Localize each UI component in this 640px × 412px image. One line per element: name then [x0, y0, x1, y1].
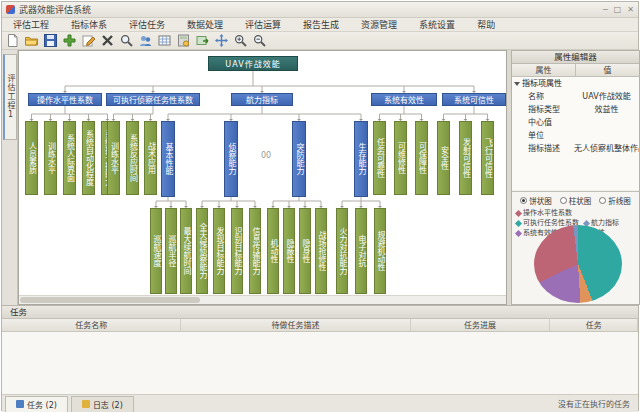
table-button[interactable]: [156, 33, 173, 49]
edit-button[interactable]: [80, 33, 97, 49]
legend-marker-icon: [515, 219, 522, 226]
report-export-button[interactable]: [194, 33, 211, 49]
open-folder-icon: [25, 34, 38, 47]
indicator-label: 系统有效性: [384, 94, 424, 105]
menu-item-资源管理[interactable]: 资源管理: [350, 18, 408, 32]
save-button[interactable]: [42, 33, 59, 49]
indicator-node-c13[interactable]: 最大续航时间: [180, 208, 192, 294]
property-panel: 属性编辑器 属性 值 指标项属性名称UAV作战效能指标类型效益性中心值单位指标描…: [511, 50, 640, 305]
menu-item-帮助[interactable]: 帮助: [466, 18, 506, 32]
window-controls: ─□✕: [603, 5, 634, 14]
indicator-node-n2[interactable]: 可执行侦察任务性系数: [106, 93, 200, 106]
move-button[interactable]: [213, 33, 230, 49]
menu-item-评估任务[interactable]: 评估任务: [118, 18, 176, 32]
zoom-out-button[interactable]: [251, 33, 268, 49]
indicator-node-n3[interactable]: 航力指标: [231, 93, 293, 106]
close-button[interactable]: ✕: [627, 5, 634, 14]
indicator-node-c42[interactable]: 电子对抗: [355, 208, 367, 294]
indicator-node-g41[interactable]: 任务可靠性: [373, 121, 386, 195]
indicator-node-b3[interactable]: 突防能力: [292, 121, 306, 197]
edit-icon: [82, 34, 95, 47]
add-button[interactable]: [61, 33, 78, 49]
indicator-node-g43[interactable]: 可保障性: [415, 121, 428, 195]
indicator-node-c12[interactable]: 巡航半径: [165, 208, 177, 294]
bottom-tab-日志 (2)[interactable]: 日志 (2): [71, 396, 134, 412]
indicator-node-c43[interactable]: 规避机动性: [374, 208, 386, 294]
indicator-node-root[interactable]: UAV作战效能: [208, 56, 298, 71]
indicator-node-g42[interactable]: 可维修性: [394, 121, 407, 195]
indicator-node-c33[interactable]: 隐身性: [299, 208, 311, 294]
restore-button[interactable]: □: [614, 5, 622, 14]
indicator-node-g21[interactable]: 训练水平: [107, 121, 120, 195]
indicator-node-c23[interactable]: 识别目标能力: [231, 208, 243, 294]
legend-item: 操作水平性系数: [516, 208, 572, 218]
menu-item-数据处理[interactable]: 数据处理: [176, 18, 234, 32]
indicator-label: 巡航速度: [152, 235, 160, 267]
tab-label: 任务 (2): [27, 399, 57, 410]
horizontal-scrollbar[interactable]: [19, 295, 506, 304]
search-icon: [120, 34, 133, 47]
property-value: 无人侦察机整体作战效能: [574, 142, 639, 155]
menu-item-报告生成[interactable]: 报告生成: [292, 18, 350, 32]
indicator-node-n4[interactable]: 系统有效性: [371, 93, 437, 106]
property-row[interactable]: 指标类型效益性: [512, 103, 639, 116]
indicator-label: 系统人际界面: [66, 134, 74, 182]
new-file-button[interactable]: [4, 33, 21, 49]
window-title: 武器效能评估系统: [19, 3, 91, 16]
minimize-button[interactable]: ─: [603, 5, 608, 14]
indicator-label: 巡航半径: [167, 235, 175, 267]
open-folder-button[interactable]: [23, 33, 40, 49]
menu-item-评估运算[interactable]: 评估运算: [234, 18, 292, 32]
scrollbar-thumb[interactable]: [20, 297, 200, 303]
radio-柱状图[interactable]: 柱状图: [560, 195, 592, 206]
menu-item-评估工程[interactable]: 评估工程: [2, 18, 60, 32]
property-row[interactable]: 名称UAV作战效能: [512, 90, 639, 103]
indicator-node-n1[interactable]: 操作水平性系数: [28, 93, 102, 106]
indicator-node-c34[interactable]: 战场抢修性: [315, 208, 327, 294]
property-row[interactable]: 指标描述无人侦察机整体作战效能: [512, 142, 639, 155]
indicator-node-c22[interactable]: 发现目标能力: [213, 208, 225, 294]
calculator-button[interactable]: [175, 33, 192, 49]
indicator-node-g52[interactable]: 发射可信性: [459, 121, 472, 195]
indicator-node-n5[interactable]: 系统可信性: [442, 93, 506, 106]
indicator-label: 可保障性: [418, 142, 426, 174]
indicator-node-g53[interactable]: 飞行可信性: [481, 121, 494, 195]
indicator-node-b4[interactable]: 生存能力: [354, 121, 368, 197]
expand-triangle-icon[interactable]: [514, 82, 520, 86]
indicator-label: 发现目标能力: [215, 227, 223, 275]
property-group-row[interactable]: 指标项属性: [512, 77, 639, 90]
indicator-node-g22[interactable]: 系统反应时间: [126, 121, 139, 195]
property-row[interactable]: 中心值: [512, 116, 639, 129]
menu-item-系统设置[interactable]: 系统设置: [408, 18, 466, 32]
indicator-node-g12[interactable]: 训练水平: [44, 121, 57, 195]
search-button[interactable]: [118, 33, 135, 49]
radio-折线图[interactable]: 折线图: [599, 195, 631, 206]
property-name: 指标类型: [512, 103, 574, 116]
indicator-label: 侦察能力: [227, 143, 235, 175]
indicator-node-g51[interactable]: 安全性: [437, 121, 450, 195]
status-message: 没有正在执行的任务: [558, 398, 630, 409]
indicator-label: 规避机动性: [376, 231, 384, 271]
indicator-node-c32[interactable]: 隐蔽性: [283, 208, 295, 294]
indicator-node-g13[interactable]: 系统人际界面: [63, 121, 76, 195]
bottom-tab-任务 (2)[interactable]: 任务 (2): [5, 396, 68, 412]
menu-item-指标体系[interactable]: 指标体系: [60, 18, 118, 32]
app-window: 武器效能评估系统 ─□✕ 评估工程指标体系评估任务数据处理评估运算报告生成资源管…: [1, 1, 639, 411]
indicator-node-g14[interactable]: 系统自动化程度: [82, 121, 95, 195]
radio-饼状图[interactable]: 饼状图: [520, 195, 552, 206]
indicator-label: 识别目标能力: [233, 227, 241, 275]
indicator-node-c11[interactable]: 巡航速度: [150, 208, 162, 294]
indicator-node-c41[interactable]: 火力对抗能力: [336, 208, 348, 294]
indicator-node-b1[interactable]: 基本性能: [161, 121, 175, 197]
property-row[interactable]: 单位: [512, 129, 639, 142]
indicator-node-c31[interactable]: 机动性: [267, 208, 279, 294]
indicator-node-c24[interactable]: 信息传输能力: [249, 208, 261, 294]
zoom-in-button[interactable]: [232, 33, 249, 49]
indicator-node-b2[interactable]: 侦察能力: [224, 121, 238, 197]
delete-button[interactable]: [99, 33, 116, 49]
indicator-node-g23[interactable]: 战术应用: [144, 121, 157, 195]
project-tab[interactable]: 评估工程1: [3, 54, 17, 140]
indicator-node-g11[interactable]: 人员素质: [25, 121, 38, 195]
indicator-node-c21[interactable]: 全天候侦察能力: [196, 208, 208, 294]
users-button[interactable]: [137, 33, 154, 49]
